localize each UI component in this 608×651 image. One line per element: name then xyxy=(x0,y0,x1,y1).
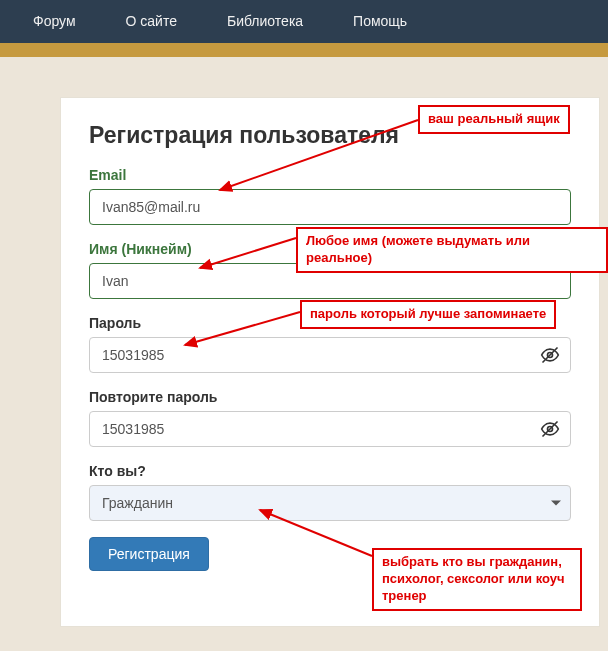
gold-strip xyxy=(0,43,608,57)
register-button[interactable]: Регистрация xyxy=(89,537,209,571)
role-field-group: Кто вы? Гражданин xyxy=(89,463,571,521)
top-nav: Форум О сайте Библиотека Помощь xyxy=(0,0,608,43)
password2-label: Повторите пароль xyxy=(89,389,571,405)
email-field-group: Email xyxy=(89,167,571,225)
nav-help[interactable]: Помощь xyxy=(328,0,432,43)
annot-role: выбрать кто вы гражданин, психолог, секс… xyxy=(372,548,582,611)
nav-library[interactable]: Библиотека xyxy=(202,0,328,43)
password2-input[interactable] xyxy=(89,411,571,447)
eye-slash-icon[interactable] xyxy=(539,344,561,366)
nav-about[interactable]: О сайте xyxy=(101,0,202,43)
password2-field-group: Повторите пароль xyxy=(89,389,571,447)
eye-slash-icon[interactable] xyxy=(539,418,561,440)
email-label: Email xyxy=(89,167,571,183)
nav-forum[interactable]: Форум xyxy=(8,0,101,43)
annot-email: ваш реальный ящик xyxy=(418,105,570,134)
role-select[interactable]: Гражданин xyxy=(89,485,571,521)
email-input[interactable] xyxy=(89,189,571,225)
annot-password: пароль который лучше запоминаете xyxy=(300,300,556,329)
annot-name: Любое имя (можете выдумать или реальное) xyxy=(296,227,608,273)
password-input[interactable] xyxy=(89,337,571,373)
role-label: Кто вы? xyxy=(89,463,571,479)
